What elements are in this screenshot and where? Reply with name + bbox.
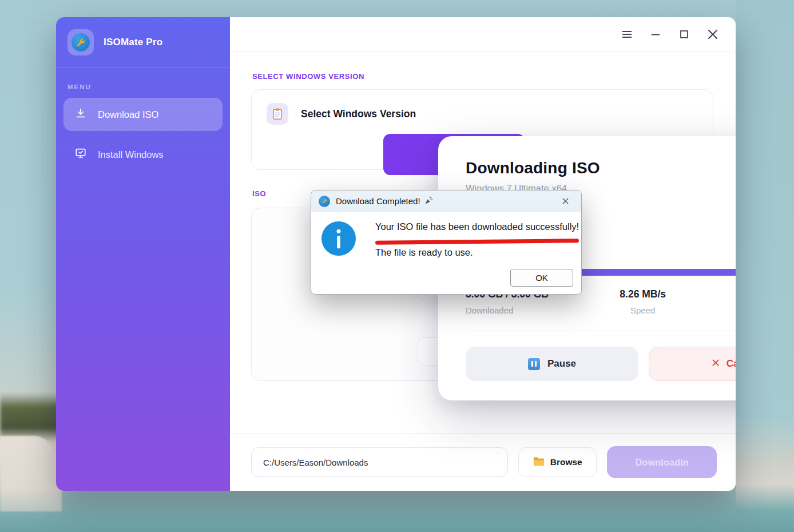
speed-value: 8.26 MB/s [583,288,701,300]
speed-label: Speed [583,305,701,315]
monitor-check-icon [74,147,87,162]
dialog-message-line1: Your ISO file has been downloaded succes… [375,221,579,232]
menu-section-label: MENU [68,84,230,90]
sidebar-item-label: Install Windows [98,149,164,160]
modal-title: Downloading ISO [466,159,600,177]
dialog-message-line2: The file is ready to use. [375,247,473,258]
download-completed-dialog: Download Completed! Your ISO file has be… [311,190,582,295]
clipboard-icon [267,103,288,125]
cancel-button[interactable]: Cancel [649,347,736,381]
divider [466,331,736,331]
pause-icon [528,358,540,370]
downloading-button-disabled[interactable]: Downloadin [607,446,717,478]
dialog-titlebar: Download Completed! [311,190,581,212]
wrench-logo-icon [72,33,90,51]
sidebar-item-label: Download ISO [98,109,158,120]
downloaded-label: Downloaded [466,305,583,315]
maximize-button[interactable] [674,25,694,43]
dialog-title: Download Completed! [336,196,434,207]
remaining-label: Remaining [702,305,736,315]
browse-button[interactable]: Browse [518,447,597,477]
cancel-label: Cancel [726,358,736,370]
pause-label: Pause [547,358,576,370]
ok-button[interactable]: OK [510,269,573,287]
cancel-x-icon [711,358,720,370]
section-label-select-version: SELECT WINDOWS VERSION [252,72,364,81]
pause-button[interactable]: Pause [466,347,638,381]
minimize-button[interactable] [645,25,666,43]
browse-label: Browse [550,457,582,467]
section-label-iso: ISO [252,189,266,198]
sidebar-item-download-iso[interactable]: Download ISO [63,98,223,131]
hamburger-menu-icon[interactable] [617,25,637,43]
close-button[interactable] [702,25,723,43]
dialog-close-button[interactable] [557,193,574,209]
app-title: ISOMate Pro [104,37,162,48]
sidebar: ISOMate Pro MENU Download ISO Install Wi… [56,17,230,491]
wallpaper-trees [0,392,62,442]
app-logo-row: ISOMate Pro [56,17,230,68]
party-popper-icon [424,196,434,207]
remaining-value: 00:00 [702,288,736,300]
window-titlebar [230,17,736,51]
card-title: Select Windows Version [301,108,416,120]
annotation-underline [375,239,579,245]
info-icon [321,221,356,259]
folder-icon [533,456,545,469]
wallpaper-right-strip [736,0,794,532]
download-icon [74,107,87,122]
sidebar-item-install-windows[interactable]: Install Windows [63,138,223,171]
app-logo [68,29,94,55]
download-path-input[interactable] [251,447,508,477]
bottom-bar: Browse Downloadin [230,433,736,491]
wrench-logo-icon [319,196,330,207]
wallpaper-dune [0,436,62,511]
